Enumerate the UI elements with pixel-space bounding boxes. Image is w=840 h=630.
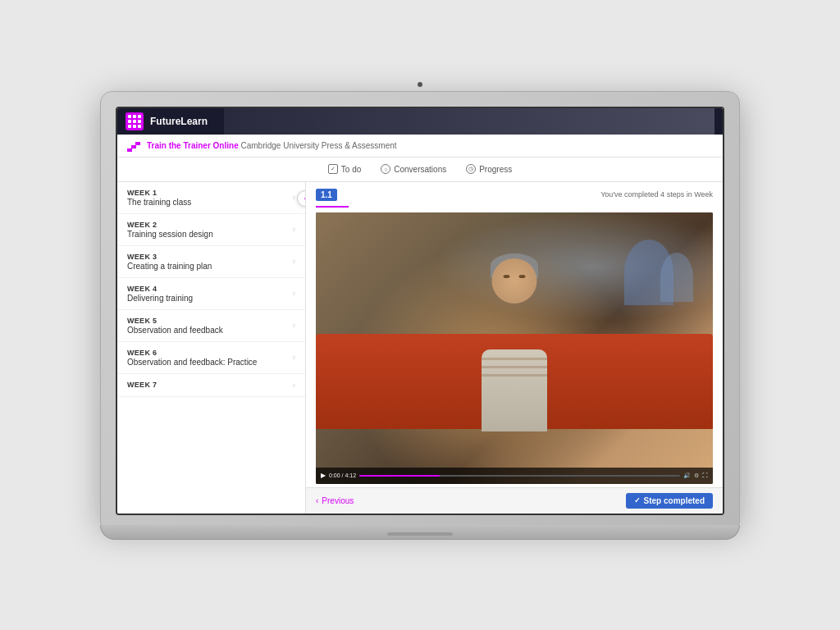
video-time: 0:00 / 4:12 xyxy=(329,472,356,478)
course-title-online: Online xyxy=(213,141,239,150)
step-completed-label: Step completed xyxy=(644,496,705,505)
step-completed-button[interactable]: ✓ Step completed xyxy=(626,493,713,509)
week4-chevron-icon: › xyxy=(293,289,295,298)
week6-label: WEEK 6 xyxy=(127,349,257,357)
week3-title: Creating a training plan xyxy=(127,262,212,271)
nav-dark-area xyxy=(224,108,714,135)
right-eye xyxy=(519,275,526,278)
sidebar-item-week2[interactable]: WEEK 2 Training session design › xyxy=(117,214,305,246)
video-progress-fill xyxy=(359,475,440,477)
content-header: 1.1 You've completed 4 steps in Week xyxy=(306,182,723,204)
week3-label: WEEK 3 xyxy=(127,253,212,261)
tab-conversations[interactable]: ○ Conversations xyxy=(381,164,446,174)
breadcrumb-bar: Train the Trainer Online Cambridge Unive… xyxy=(117,135,723,158)
week2-label: WEEK 2 xyxy=(127,221,213,229)
video-control-icons: 🔊 ⚙ ⛶ xyxy=(683,472,708,479)
laptop-base xyxy=(100,525,740,540)
step-progress-text: You've completed 4 steps in Week xyxy=(600,190,713,199)
left-eye xyxy=(503,275,509,278)
video-container[interactable]: ▶ 0:00 / 4:12 🔊 ⚙ ⛶ xyxy=(316,212,713,484)
week4-title: Delivering training xyxy=(127,294,193,303)
week1-label: WEEK 1 xyxy=(127,189,191,197)
breadcrumb-text: Train the Trainer Online Cambridge Unive… xyxy=(147,141,397,150)
checkmark-icon: ✓ xyxy=(634,496,641,504)
video-scene xyxy=(316,212,713,484)
tab-conversations-label: Conversations xyxy=(394,165,446,174)
week5-title: Observation and feedback xyxy=(127,326,223,335)
sidebar-item-week5[interactable]: WEEK 5 Observation and feedback › xyxy=(117,310,305,342)
previous-label: Previous xyxy=(322,496,354,505)
previous-button[interactable]: ‹ Previous xyxy=(316,496,354,505)
video-controls[interactable]: ▶ 0:00 / 4:12 🔊 ⚙ ⛶ xyxy=(316,468,713,484)
camera xyxy=(418,82,422,87)
sidebar-item-week3[interactable]: WEEK 3 Creating a training plan › xyxy=(117,246,305,278)
week1-title: The training class xyxy=(127,198,191,207)
step-badge: 1.1 xyxy=(316,189,337,201)
circle-icon: ◷ xyxy=(466,164,476,174)
nav-logo-block[interactable]: FutureLearn xyxy=(126,112,208,130)
week5-label: WEEK 5 xyxy=(127,317,223,325)
content-panel: 1.1 You've completed 4 steps in Week xyxy=(306,182,723,514)
laptop-body: FutureLearn Train the Trainer xyxy=(100,91,740,526)
chat-icon: ○ xyxy=(381,164,390,174)
top-nav: FutureLearn xyxy=(117,108,723,135)
fullscreen-icon[interactable]: ⛶ xyxy=(702,472,708,479)
week2-title: Training session design xyxy=(127,230,213,239)
svg-rect-2 xyxy=(135,142,140,145)
tab-todo-label: To do xyxy=(341,165,361,174)
week3-chevron-icon: › xyxy=(293,257,295,266)
bg-person-2 xyxy=(660,253,693,302)
week4-label: WEEK 4 xyxy=(127,285,193,293)
step-progress-bar xyxy=(316,206,349,208)
week1-chevron-icon: › xyxy=(293,193,295,202)
svg-rect-0 xyxy=(127,148,132,152)
week6-title: Observation and feedback: Practice xyxy=(127,358,257,367)
main-area: ‹ WEEK 1 The training class › WEEK 2 xyxy=(117,182,723,514)
person-body xyxy=(482,349,547,431)
sidebar: ‹ WEEK 1 The training class › WEEK 2 xyxy=(117,182,306,514)
screen-content: FutureLearn Train the Trainer xyxy=(117,108,723,514)
week7-chevron-icon: › xyxy=(293,381,295,390)
tab-progress-label: Progress xyxy=(479,165,512,174)
sidebar-collapse-button[interactable]: ‹ xyxy=(297,190,306,207)
svg-rect-1 xyxy=(131,145,136,148)
sidebar-item-week1[interactable]: WEEK 1 The training class › xyxy=(117,182,305,214)
volume-icon[interactable]: 🔊 xyxy=(683,472,691,479)
person-head xyxy=(492,258,537,304)
laptop-screen: FutureLearn Train the Trainer xyxy=(116,107,724,515)
settings-icon[interactable]: ⚙ xyxy=(694,472,699,479)
video-progress-bar[interactable] xyxy=(359,475,680,477)
bottom-action-bar: ‹ Previous ✓ Step completed xyxy=(306,487,723,514)
stairs-logo-icon xyxy=(127,139,140,152)
main-person xyxy=(415,240,614,484)
tab-todo[interactable]: ✓ To do xyxy=(328,164,361,174)
week6-chevron-icon: › xyxy=(293,353,295,362)
sidebar-item-week4[interactable]: WEEK 4 Delivering training › xyxy=(117,278,305,310)
week5-chevron-icon: › xyxy=(293,321,295,330)
week7-label: WEEK 7 xyxy=(127,381,157,389)
sidebar-item-week7[interactable]: WEEK 7 › xyxy=(117,374,305,397)
week2-chevron-icon: › xyxy=(293,225,295,234)
grid-icon xyxy=(126,112,144,130)
brand-name: FutureLearn xyxy=(150,116,208,127)
tab-progress[interactable]: ◷ Progress xyxy=(466,164,512,174)
prev-chevron-icon: ‹ xyxy=(316,496,318,505)
course-title-train: Train the Trainer xyxy=(147,141,211,150)
checkbox-icon: ✓ xyxy=(328,164,338,174)
breadcrumb-logo xyxy=(127,139,140,152)
play-icon[interactable]: ▶ xyxy=(321,472,326,479)
sidebar-item-week6[interactable]: WEEK 6 Observation and feedback: Practic… xyxy=(117,342,305,374)
tab-bar: ✓ To do ○ Conversations ◷ Progress xyxy=(117,158,723,182)
course-publisher: Cambridge University Press & Assessment xyxy=(241,141,397,150)
